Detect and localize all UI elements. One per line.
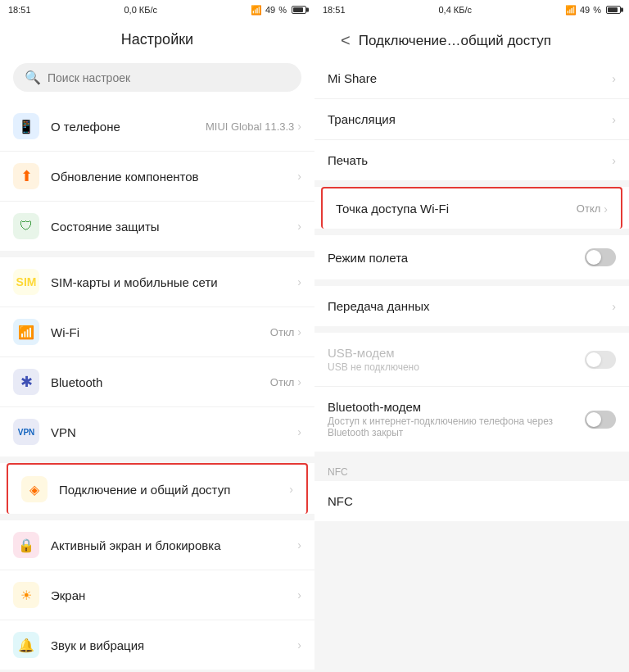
chevron-icon: › xyxy=(297,375,301,388)
settings-item-lock[interactable]: 🔒 Активный экран и блокировка › xyxy=(0,520,314,570)
search-input[interactable] xyxy=(48,71,290,84)
settings-item-vpn[interactable]: VPN VPN › xyxy=(0,407,314,456)
settings-item-update[interactable]: ⬆ Обновление компонентов › xyxy=(0,152,314,202)
right-item-broadcast[interactable]: Трансляция › xyxy=(314,99,629,140)
right-item-mi-share[interactable]: Mi Share › xyxy=(314,58,629,99)
right-item-hotspot[interactable]: Точка доступа Wi-Fi Откл › xyxy=(321,187,622,229)
right-item-airplane[interactable]: Режим полета xyxy=(314,235,629,279)
nfc-section-label-container: NFC xyxy=(314,458,629,481)
chevron-icon: › xyxy=(612,113,616,126)
chevron-icon: › xyxy=(297,538,301,552)
mi-share-label: Mi Share xyxy=(328,71,612,85)
settings-item-wifi[interactable]: 📶 Wi-Fi Откл › xyxy=(0,307,314,357)
battery-percent-left: % xyxy=(278,5,287,15)
sound-icon: 🔔 xyxy=(13,632,39,658)
about-icon: 📱 xyxy=(13,113,39,139)
settings-item-bluetooth[interactable]: ✱ Bluetooth Откл › xyxy=(0,357,314,407)
battery-icon-right xyxy=(606,6,621,14)
status-bar-left: 18:51 0,0 КБ/с 📶 49 % xyxy=(0,0,314,20)
chevron-icon: › xyxy=(297,220,301,233)
status-time-left: 18:51 xyxy=(8,5,31,15)
settings-group-1: 📱 О телефоне MIUI Global 11.3.3 › ⬆ Обно… xyxy=(0,102,314,251)
search-bar[interactable]: 🔍 xyxy=(13,63,301,92)
wifi-icon: 📶 xyxy=(13,319,39,345)
protection-label: Состояние защиты xyxy=(51,220,297,234)
signal-icon-right: 📶 xyxy=(565,5,577,16)
sim-label: SIM-карты и мобильные сети xyxy=(51,275,297,289)
usb-modem-label: USB-модем xyxy=(328,346,585,360)
right-header: < Подключение…общий доступ xyxy=(314,20,629,58)
bt-modem-toggle[interactable] xyxy=(585,411,616,429)
about-value: MIUI Global 11.3.3 xyxy=(206,120,294,133)
data-transfer-label: Передача данных xyxy=(328,299,612,313)
search-icon: 🔍 xyxy=(25,70,41,85)
status-bar-right: 18:51 0,4 КБ/с 📶 49 % xyxy=(314,0,629,20)
settings-group-2: SIM SIM-карты и мобильные сети › 📶 Wi-Fi… xyxy=(0,257,314,456)
bt-modem-label: Bluetooth-модем xyxy=(328,400,585,414)
airplane-toggle[interactable] xyxy=(585,248,616,266)
status-icons-left: 📶 49 % xyxy=(251,5,306,16)
usb-modem-sublabel: USB не подключено xyxy=(328,361,585,373)
lock-icon: 🔒 xyxy=(13,532,39,558)
battery-text-left: 49 xyxy=(265,5,275,15)
signal-icon-left: 📶 xyxy=(251,5,262,16)
chevron-icon: › xyxy=(289,483,293,496)
sound-label: Звук и вибрация xyxy=(51,638,297,652)
chevron-icon: › xyxy=(297,325,301,338)
status-icons-right: 📶 49 % xyxy=(565,5,621,16)
settings-item-about[interactable]: 📱 О телефоне MIUI Global 11.3.3 › xyxy=(0,102,314,152)
status-time-right: 18:51 xyxy=(323,5,346,15)
hotspot-value: Откл xyxy=(577,202,601,215)
vpn-icon: VPN xyxy=(13,419,39,445)
display-icon: ☀ xyxy=(13,582,39,608)
right-panel: 18:51 0,4 КБ/с 📶 49 % < Подключение…общи… xyxy=(314,0,629,672)
status-network-right: 0,4 КБ/с xyxy=(438,5,472,15)
update-icon: ⬆ xyxy=(13,163,39,189)
right-group-modems: USB-модем USB не подключено Bluetooth-мо… xyxy=(314,333,629,452)
right-item-bt-modem[interactable]: Bluetooth-модем Доступ к интернет-подклю… xyxy=(314,387,629,452)
bluetooth-value: Откл xyxy=(270,376,295,388)
page-title-left: Настройки xyxy=(13,20,301,57)
left-header: Настройки 🔍 xyxy=(0,20,314,102)
battery-icon-left xyxy=(292,6,306,14)
battery-text-right: 49 xyxy=(580,5,590,15)
settings-item-sim[interactable]: SIM SIM-карты и мобильные сети › xyxy=(0,257,314,307)
right-group-1: Mi Share › Трансляция › Печать › xyxy=(314,58,629,180)
right-item-print[interactable]: Печать › xyxy=(314,140,629,180)
update-label: Обновление компонентов xyxy=(51,170,297,184)
right-group-hotspot: Точка доступа Wi-Fi Откл › xyxy=(314,187,629,229)
settings-item-display[interactable]: ☀ Экран › xyxy=(0,570,314,620)
settings-list: 📱 О телефоне MIUI Global 11.3.3 › ⬆ Обно… xyxy=(0,102,314,672)
settings-group-4: 🔒 Активный экран и блокировка › ☀ Экран … xyxy=(0,520,314,670)
print-label: Печать xyxy=(328,153,612,167)
battery-percent-right: % xyxy=(593,5,601,15)
nfc-label: NFC xyxy=(328,494,616,508)
chevron-icon: › xyxy=(297,425,301,438)
protection-icon: 🛡 xyxy=(13,213,39,239)
settings-item-sound[interactable]: 🔔 Звук и вибрация › xyxy=(0,620,314,670)
right-panel-title: Подключение…общий доступ xyxy=(359,33,551,49)
back-button[interactable]: < xyxy=(341,31,351,50)
broadcast-label: Трансляция xyxy=(328,112,612,126)
right-item-nfc[interactable]: NFC xyxy=(314,481,629,521)
connection-icon: ◈ xyxy=(21,476,48,502)
hotspot-label: Точка доступа Wi-Fi xyxy=(336,202,577,216)
chevron-icon: › xyxy=(612,72,616,85)
settings-group-3: ◈ Подключение и общий доступ › xyxy=(0,463,314,514)
display-label: Экран xyxy=(51,588,297,602)
chevron-icon: › xyxy=(612,300,616,313)
vpn-label: VPN xyxy=(51,425,297,439)
bluetooth-icon: ✱ xyxy=(13,369,39,395)
right-item-usb-modem: USB-модем USB не подключено xyxy=(314,333,629,387)
lock-label: Активный экран и блокировка xyxy=(51,538,297,552)
chevron-icon: › xyxy=(297,120,301,133)
settings-item-protection[interactable]: 🛡 Состояние защиты › xyxy=(0,202,314,251)
connection-label: Подключение и общий доступ xyxy=(59,483,289,497)
right-item-data-transfer[interactable]: Передача данных › xyxy=(314,286,629,326)
right-header-row: < Подключение…общий доступ xyxy=(328,20,616,58)
right-group-airplane: Режим полета xyxy=(314,235,629,279)
wifi-label: Wi-Fi xyxy=(51,325,270,339)
bluetooth-label: Bluetooth xyxy=(51,375,270,389)
settings-item-connection[interactable]: ◈ Подключение и общий доступ › xyxy=(7,463,308,514)
right-group-nfc: NFC xyxy=(314,481,629,521)
